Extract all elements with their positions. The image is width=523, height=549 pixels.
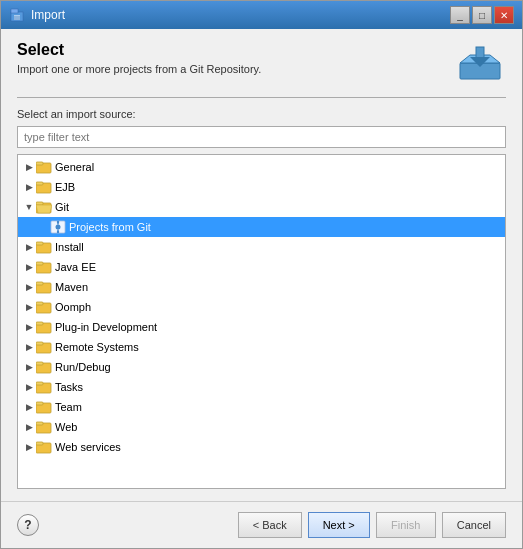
svg-rect-33 [36, 342, 43, 345]
svg-rect-39 [36, 402, 43, 405]
svg-rect-43 [36, 442, 43, 445]
footer-buttons: < Back Next > Finish Cancel [238, 512, 506, 538]
title-bar-controls: _ □ ✕ [450, 6, 514, 24]
filter-input[interactable] [17, 126, 506, 148]
item-label: EJB [55, 181, 75, 193]
svg-rect-27 [36, 282, 43, 285]
item-label: Java EE [55, 261, 96, 273]
item-label: Team [55, 401, 82, 413]
next-button[interactable]: Next > [308, 512, 370, 538]
minimize-button[interactable]: _ [450, 6, 470, 24]
svg-rect-25 [36, 262, 43, 265]
git-item-icon [50, 220, 66, 234]
maximize-button[interactable]: □ [472, 6, 492, 24]
item-label: Web services [55, 441, 121, 453]
help-button[interactable]: ? [17, 514, 39, 536]
expand-arrow [22, 340, 36, 354]
item-label: Plug-in Development [55, 321, 157, 333]
folder-icon [36, 300, 52, 314]
title-bar-icon [9, 7, 25, 23]
expand-arrow [22, 260, 36, 274]
dialog-footer: ? < Back Next > Finish Cancel [1, 501, 522, 548]
svg-rect-35 [36, 362, 43, 365]
folder-icon [36, 440, 52, 454]
tree-item-web[interactable]: Web [18, 417, 505, 437]
svg-rect-12 [36, 182, 43, 185]
tree-item-maven[interactable]: Maven [18, 277, 505, 297]
tree-item-install[interactable]: Install [18, 237, 505, 257]
item-label: Git [55, 201, 69, 213]
footer-left: ? [17, 514, 39, 536]
svg-rect-1 [11, 9, 18, 13]
expand-arrow [22, 360, 36, 374]
title-bar-title: Import [31, 8, 450, 22]
cancel-button[interactable]: Cancel [442, 512, 506, 538]
svg-rect-10 [36, 162, 43, 165]
folder-icon [36, 260, 52, 274]
folder-icon [36, 340, 52, 354]
item-label: General [55, 161, 94, 173]
header-section: Select Import one or more projects from … [17, 41, 506, 85]
import-dialog: Import _ □ ✕ Select Import one or more p… [0, 0, 523, 549]
svg-point-20 [57, 221, 59, 223]
tree-item-git[interactable]: Git [18, 197, 505, 217]
tree-item-plugin-dev[interactable]: Plug-in Development [18, 317, 505, 337]
expand-arrow [22, 280, 36, 294]
expand-arrow [22, 320, 36, 334]
item-label: Install [55, 241, 84, 253]
folder-icon [36, 240, 52, 254]
item-label: Oomph [55, 301, 91, 313]
folder-icon [36, 320, 52, 334]
tree-item-team[interactable]: Team [18, 397, 505, 417]
svg-marker-15 [36, 205, 52, 213]
dialog-content: Select Import one or more projects from … [1, 29, 522, 501]
back-button[interactable]: < Back [238, 512, 302, 538]
tree-item-general[interactable]: General [18, 157, 505, 177]
tree-item-remote-systems[interactable]: Remote Systems [18, 337, 505, 357]
svg-rect-23 [36, 242, 43, 245]
folder-icon [36, 180, 52, 194]
header-separator [17, 97, 506, 98]
expand-arrow [22, 400, 36, 414]
header-text: Select Import one or more projects from … [17, 41, 454, 75]
tree-item-run-debug[interactable]: Run/Debug [18, 357, 505, 377]
item-label: Run/Debug [55, 361, 111, 373]
folder-icon [36, 160, 52, 174]
folder-icon [36, 380, 52, 394]
folder-icon [36, 360, 52, 374]
folder-icon [36, 200, 52, 214]
tree-item-javaee[interactable]: Java EE [18, 257, 505, 277]
svg-rect-31 [36, 322, 43, 325]
item-label: Projects from Git [69, 221, 151, 233]
tree-item-oomph[interactable]: Oomph [18, 297, 505, 317]
svg-rect-14 [36, 202, 43, 205]
folder-icon [36, 420, 52, 434]
tree-item-ejb[interactable]: EJB [18, 177, 505, 197]
tree-item-tasks[interactable]: Tasks [18, 377, 505, 397]
tree-item-projects-from-git[interactable]: Projects from Git [18, 217, 505, 237]
folder-icon [36, 280, 52, 294]
tree-list[interactable]: General EJB Git Projects from Git Instal… [18, 155, 505, 488]
expand-arrow [22, 200, 36, 214]
expand-arrow [22, 180, 36, 194]
title-bar: Import _ □ ✕ [1, 1, 522, 29]
expand-arrow [22, 440, 36, 454]
tree-item-web-services[interactable]: Web services [18, 437, 505, 457]
dialog-subtitle: Import one or more projects from a Git R… [17, 63, 454, 75]
tree-container: General EJB Git Projects from Git Instal… [17, 154, 506, 489]
folder-icon [36, 400, 52, 414]
item-label: Web [55, 421, 77, 433]
expand-arrow [22, 240, 36, 254]
svg-rect-37 [36, 382, 43, 385]
expand-arrow [22, 160, 36, 174]
svg-rect-29 [36, 302, 43, 305]
import-icon [454, 41, 506, 85]
finish-button[interactable]: Finish [376, 512, 436, 538]
dialog-title: Select [17, 41, 454, 59]
item-label: Tasks [55, 381, 83, 393]
filter-label: Select an import source: [17, 108, 506, 120]
close-button[interactable]: ✕ [494, 6, 514, 24]
item-label: Remote Systems [55, 341, 139, 353]
expand-arrow [22, 380, 36, 394]
item-label: Maven [55, 281, 88, 293]
